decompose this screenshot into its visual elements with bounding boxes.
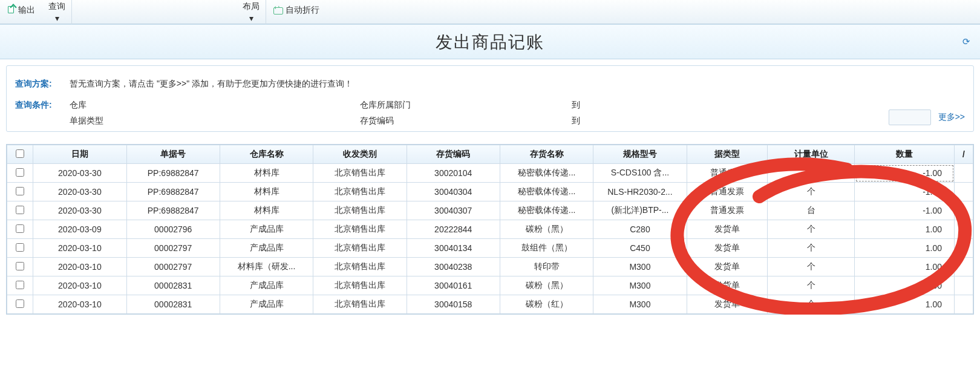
row-checkbox-cell[interactable] bbox=[7, 183, 33, 201]
query-label: 查询 bbox=[48, 1, 65, 12]
col-name[interactable]: 存货名称 bbox=[500, 145, 593, 164]
cell-unit: 个 bbox=[768, 183, 855, 201]
cell-type: 发货单 bbox=[687, 276, 768, 295]
row-checkbox[interactable] bbox=[16, 243, 24, 252]
cell-wh: 产成品库 bbox=[220, 295, 313, 314]
cell-wh: 产成品库 bbox=[220, 239, 313, 258]
row-checkbox[interactable] bbox=[16, 299, 24, 308]
cell-unit: 个 bbox=[768, 276, 855, 295]
col-code[interactable]: 存货编码 bbox=[407, 145, 500, 164]
cell-spec: M300 bbox=[593, 295, 687, 314]
row-checkbox-cell[interactable] bbox=[7, 220, 33, 239]
cell-spec: NLS-HR2030-2... bbox=[593, 183, 687, 201]
export-button[interactable]: 输出 bbox=[2, 0, 39, 21]
query-button[interactable]: 查询 bbox=[46, 0, 68, 13]
cell-wh: 产成品库 bbox=[220, 220, 313, 239]
cell-doc: 00002797 bbox=[126, 239, 220, 258]
cell-name: 转印带 bbox=[500, 258, 593, 276]
row-checkbox[interactable] bbox=[16, 224, 24, 233]
cell-doc: PP:69882847 bbox=[126, 201, 220, 220]
col-wh[interactable]: 仓库名称 bbox=[220, 145, 313, 164]
cell-io: 北京销售出库 bbox=[313, 295, 407, 314]
cell-doc: 00002831 bbox=[126, 295, 220, 314]
header-checkbox-cell[interactable] bbox=[7, 145, 33, 164]
table-row[interactable]: 2020-03-0900002796产成品库北京销售出库20222844碳粉（黑… bbox=[7, 220, 973, 239]
row-checkbox-cell[interactable] bbox=[7, 295, 33, 314]
layout-label: 布局 bbox=[243, 1, 260, 12]
cell-code: 20222844 bbox=[407, 220, 500, 239]
query-scheme-text: 暂无查询方案，请点击 "更多>>" 添加，有助于您更加方便快捷的进行查询！ bbox=[70, 79, 353, 90]
cell-type: 发货单 bbox=[687, 220, 768, 239]
row-checkbox[interactable] bbox=[16, 206, 24, 214]
field-inv-code: 存货编码 bbox=[360, 116, 529, 126]
table-row[interactable]: 2020-03-30PP:69882847材料库北京销售出库30020104秘密… bbox=[7, 164, 973, 183]
export-label: 输出 bbox=[18, 5, 35, 16]
field-doc-type: 单据类型 bbox=[70, 116, 269, 126]
cell-qty: 1.00 bbox=[855, 258, 955, 276]
select-all-checkbox[interactable] bbox=[16, 149, 24, 158]
more-link[interactable]: 更多>> bbox=[938, 112, 965, 123]
row-checkbox[interactable] bbox=[16, 262, 24, 270]
table-row[interactable]: 2020-03-1000002797产成品库北京销售出库30040134鼓组件（… bbox=[7, 239, 973, 258]
cell-code: 30020104 bbox=[407, 164, 500, 183]
cell-type: 发货单 bbox=[687, 295, 768, 314]
cell-name: 鼓组件（黑） bbox=[500, 239, 593, 258]
layout-group: 布局 ▾ bbox=[237, 0, 266, 24]
row-checkbox-cell[interactable] bbox=[7, 276, 33, 295]
query-action-button[interactable] bbox=[889, 110, 931, 125]
cell-code: 30040134 bbox=[407, 239, 500, 258]
cell-date: 2020-03-30 bbox=[33, 164, 126, 183]
row-checkbox-cell[interactable] bbox=[7, 201, 33, 220]
layout-button[interactable]: 布局 bbox=[240, 0, 262, 13]
col-io[interactable]: 收发类别 bbox=[313, 145, 407, 164]
row-checkbox-cell[interactable] bbox=[7, 239, 33, 258]
cell-code: 30040161 bbox=[407, 276, 500, 295]
cell-io: 北京销售出库 bbox=[313, 164, 407, 183]
chevron-down-icon[interactable]: ▾ bbox=[249, 13, 253, 23]
cell-extra bbox=[955, 201, 973, 220]
col-doc[interactable]: 单据号 bbox=[126, 145, 220, 164]
cell-type: 发货单 bbox=[687, 258, 768, 276]
cell-doc: 00002797 bbox=[126, 258, 220, 276]
cell-qty: 1.00 bbox=[855, 239, 955, 258]
col-date[interactable]: 日期 bbox=[33, 145, 126, 164]
cell-wh: 材料库（研发... bbox=[220, 258, 313, 276]
table-row[interactable]: 2020-03-1000002797材料库（研发...北京销售出库3004023… bbox=[7, 258, 973, 276]
cell-wh: 材料库 bbox=[220, 201, 313, 220]
autowrap-button[interactable]: 自动折行 bbox=[270, 0, 323, 21]
cell-spec: (新北洋)BTP-... bbox=[593, 201, 687, 220]
table-row[interactable]: 2020-03-1000002831产成品库北京销售出库30040161碳粉（黑… bbox=[7, 276, 973, 295]
data-grid: 日期 单据号 仓库名称 收发类别 存货编码 存货名称 规格型号 据类型 计量单位… bbox=[6, 144, 974, 315]
cell-wh: 材料库 bbox=[220, 183, 313, 201]
table-row[interactable]: 2020-03-30PP:69882847材料库北京销售出库30040304秘密… bbox=[7, 183, 973, 201]
cell-unit: 个 bbox=[768, 295, 855, 314]
table-row[interactable]: 2020-03-1000002831产成品库北京销售出库30040158碳粉（红… bbox=[7, 295, 973, 314]
table-header-row: 日期 单据号 仓库名称 收发类别 存货编码 存货名称 规格型号 据类型 计量单位… bbox=[7, 145, 973, 164]
cell-doc: 00002796 bbox=[126, 220, 220, 239]
cell-date: 2020-03-09 bbox=[33, 220, 126, 239]
col-spec[interactable]: 规格型号 bbox=[593, 145, 687, 164]
col-type[interactable]: 据类型 bbox=[687, 145, 768, 164]
row-checkbox[interactable] bbox=[16, 187, 24, 195]
cell-io: 北京销售出库 bbox=[313, 258, 407, 276]
cell-date: 2020-03-10 bbox=[33, 276, 126, 295]
query-group: 查询 ▾ bbox=[42, 0, 72, 24]
row-checkbox-cell[interactable] bbox=[7, 258, 33, 276]
cell-spec: M300 bbox=[593, 258, 687, 276]
table-row[interactable]: 2020-03-30PP:69882847材料库北京销售出库30040307秘密… bbox=[7, 201, 973, 220]
cell-date: 2020-03-10 bbox=[33, 295, 126, 314]
refresh-icon[interactable] bbox=[961, 36, 973, 48]
cell-qty: 1.00 bbox=[855, 295, 955, 314]
col-extra[interactable]: / bbox=[955, 145, 973, 164]
cell-type: 普通发票 bbox=[687, 201, 768, 220]
cell-io: 北京销售出库 bbox=[313, 239, 407, 258]
cell-unit: 个 bbox=[768, 258, 855, 276]
row-checkbox-cell[interactable] bbox=[7, 164, 33, 183]
col-unit[interactable]: 计量单位 bbox=[768, 145, 855, 164]
col-qty[interactable]: 数量 bbox=[855, 145, 955, 164]
cell-type: 普通发票 bbox=[687, 164, 768, 183]
row-checkbox[interactable] bbox=[16, 168, 24, 177]
page-title: 发出商品记账 bbox=[436, 33, 544, 51]
row-checkbox[interactable] bbox=[16, 281, 24, 289]
chevron-down-icon[interactable]: ▾ bbox=[55, 13, 59, 23]
